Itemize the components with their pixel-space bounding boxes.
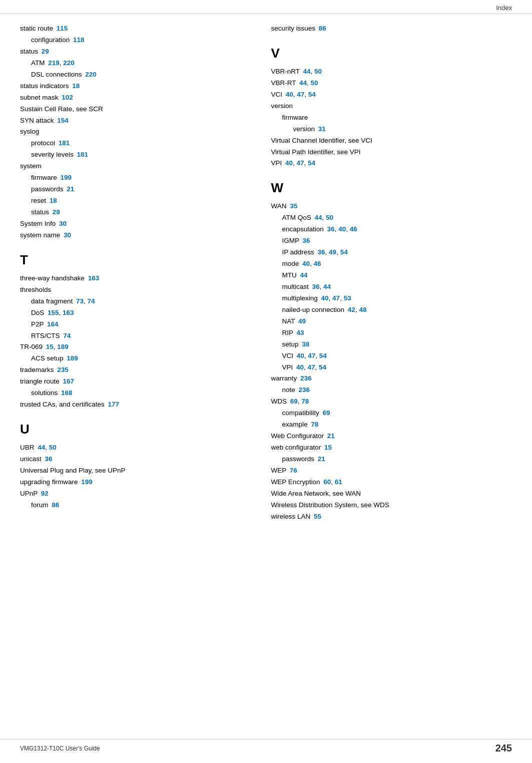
page-number: 40 xyxy=(338,225,346,233)
page-number: 199 xyxy=(81,478,93,486)
page-number: 92 xyxy=(41,490,49,497)
page-header: Index xyxy=(0,0,532,14)
index-term: VPI xyxy=(282,363,293,371)
page-separator xyxy=(319,409,323,417)
page-separator xyxy=(315,125,318,133)
header-title: Index xyxy=(496,4,512,12)
page-number: 177 xyxy=(108,401,120,408)
index-term: passwords xyxy=(31,185,64,193)
page-number: 168 xyxy=(61,389,73,397)
page-number: 47 xyxy=(308,363,315,371)
page-number: 54 xyxy=(340,248,348,256)
page-number: 54 xyxy=(319,352,327,359)
page-number: 43 xyxy=(297,329,304,336)
page-number: 236 xyxy=(300,374,312,382)
index-item: subnet mask 102 xyxy=(20,92,251,104)
index-term: trademarks xyxy=(20,366,54,373)
page-separator xyxy=(311,214,315,221)
index-item: static route 115 xyxy=(20,23,251,35)
index-term: VCI xyxy=(282,352,294,359)
index-term: DoS xyxy=(31,309,44,316)
index-item: System Info 30 xyxy=(20,218,251,230)
page-number: 54 xyxy=(308,159,315,167)
index-term: static route xyxy=(20,25,53,32)
index-term: RIP xyxy=(282,329,293,336)
index-item: multicast 36, 44 xyxy=(271,281,512,293)
index-term: example xyxy=(282,421,308,428)
index-item: note 236 xyxy=(271,385,512,396)
index-term: severity levels xyxy=(31,151,74,158)
index-term: upgrading firmware xyxy=(20,478,78,486)
page-number: 40 xyxy=(296,363,304,371)
page-number: 102 xyxy=(62,94,73,101)
index-term: DSL connections xyxy=(31,71,82,78)
index-term: trusted CAs, and certificates xyxy=(20,401,105,408)
index-term: multicast xyxy=(282,283,309,290)
page-number: 40 xyxy=(302,260,310,267)
left-column: static route 115configuration 118status … xyxy=(20,23,266,523)
index-term: web configurator xyxy=(271,444,321,451)
page-separator xyxy=(282,91,286,98)
page-separator xyxy=(324,432,327,440)
page-number: 47 xyxy=(297,91,304,98)
index-item: ATM QoS 44, 50 xyxy=(271,212,512,224)
index-item: warranty 236 xyxy=(271,373,512,385)
page-number: 61 xyxy=(335,478,342,486)
page-separator xyxy=(315,25,319,32)
index-term: passwords xyxy=(282,455,315,463)
index-item: syslog xyxy=(20,126,251,138)
page-number: 40 xyxy=(297,352,304,359)
index-item: Wide Area Network, see WAN xyxy=(271,488,512,500)
page-number: 53 xyxy=(344,294,351,302)
index-term: data fragment xyxy=(31,297,73,305)
page-separator xyxy=(309,283,312,290)
section-letter-W: W xyxy=(271,180,512,196)
page-number: 21 xyxy=(318,455,325,463)
index-item: data fragment 73, 74 xyxy=(20,296,251,307)
index-item: VPI 40, 47, 54 xyxy=(271,158,512,169)
page-number: 36 xyxy=(327,225,335,233)
index-term: syslog xyxy=(20,128,39,135)
index-item: RTS/CTS 74 xyxy=(20,330,251,342)
index-term: security issues xyxy=(271,25,316,32)
page-separator xyxy=(318,294,321,302)
page-number: 167 xyxy=(63,377,75,385)
index-term: Wide Area Network, see WAN xyxy=(271,490,361,497)
index-item: RIP 43 xyxy=(271,327,512,339)
index-term: note xyxy=(282,386,295,394)
index-item: mode 40, 46 xyxy=(271,258,512,270)
index-term: compatibility xyxy=(282,409,319,417)
page-separator xyxy=(57,174,61,181)
index-term: WEP Encryption xyxy=(271,478,320,486)
index-item: unicast 36 xyxy=(20,454,251,465)
page-footer: VMG1312-T10C User's Guide 245 xyxy=(0,739,532,754)
page-number: 44 xyxy=(323,283,331,290)
page-separator xyxy=(105,401,108,408)
page-separator xyxy=(296,79,299,87)
page-number: 154 xyxy=(57,117,69,124)
page-number: 42 xyxy=(348,306,355,313)
page-number: 36 xyxy=(318,248,325,256)
index-item: IP address 36, 49, 54 xyxy=(271,247,512,258)
page-separator xyxy=(282,159,285,167)
page-separator xyxy=(286,467,290,474)
index-term: P2P xyxy=(31,320,44,328)
index-term: VBR-nRT xyxy=(271,68,300,75)
index-item: status 29 xyxy=(20,46,251,58)
index-term: version xyxy=(271,102,293,110)
page-number: 155 xyxy=(48,309,59,316)
page-number: 49 xyxy=(298,317,306,325)
page-number: 236 xyxy=(299,386,310,394)
index-term: SYN attack xyxy=(20,117,54,124)
section-letter-V: V xyxy=(271,46,512,61)
index-item: version xyxy=(271,101,512,112)
page-number: 220 xyxy=(85,71,97,78)
index-item: Web Configurator 21 xyxy=(271,431,512,442)
index-item: version 31 xyxy=(271,124,512,135)
page-separator xyxy=(299,237,303,244)
page-number: 220 xyxy=(63,59,75,67)
index-term: firmware xyxy=(31,174,57,181)
index-term: UBR xyxy=(20,444,35,451)
index-item: P2P 164 xyxy=(20,319,251,330)
index-item: ATM 219, 220 xyxy=(20,58,251,69)
